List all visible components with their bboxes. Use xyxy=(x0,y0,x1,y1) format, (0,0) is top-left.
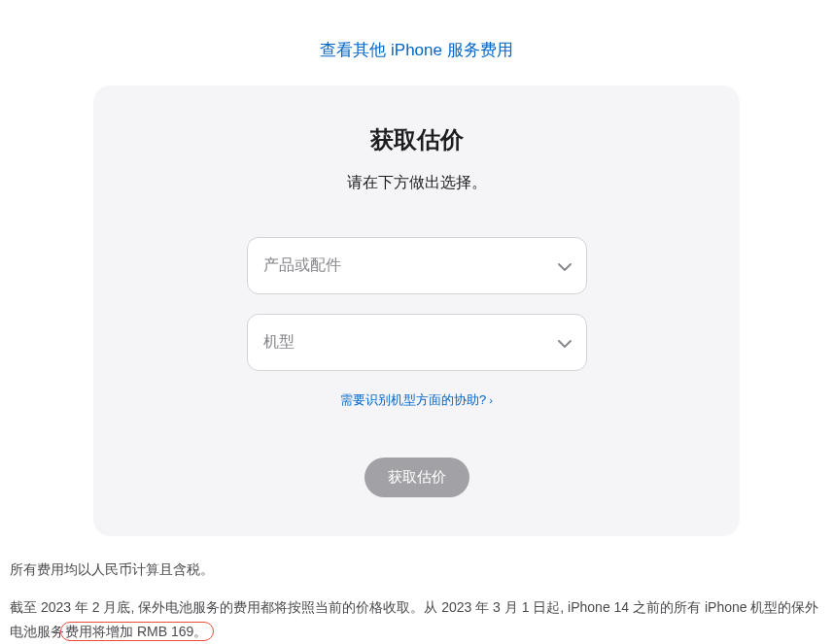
other-services-link[interactable]: 查看其他 iPhone 服务费用 xyxy=(320,41,512,59)
help-link-label: 需要识别机型方面的协助? xyxy=(340,392,486,407)
product-select[interactable]: 产品或配件 xyxy=(247,237,587,294)
model-select[interactable]: 机型 xyxy=(247,314,587,371)
footer-line1: 所有费用均以人民币计算且含税。 xyxy=(10,558,823,582)
card-title: 获取估价 xyxy=(152,124,681,155)
model-select-placeholder: 机型 xyxy=(263,332,295,353)
chevron-right-icon: › xyxy=(489,394,493,406)
footer-highlight: 费用将增加 RMB 169。 xyxy=(60,622,214,641)
identify-model-help-link[interactable]: 需要识别机型方面的协助?› xyxy=(340,392,493,407)
estimate-card: 获取估价 请在下方做出选择。 产品或配件 机型 需要识别机型方面的协助?› 获取… xyxy=(93,85,740,536)
footer-notes: 所有费用均以人民币计算且含税。 截至 2023 年 2 月底, 保外电池服务的费… xyxy=(0,536,833,644)
footer-line2: 截至 2023 年 2 月底, 保外电池服务的费用都将按照当前的价格收取。从 2… xyxy=(10,595,823,644)
card-subtitle: 请在下方做出选择。 xyxy=(152,173,681,193)
get-estimate-button[interactable]: 获取估价 xyxy=(364,458,469,497)
product-select-placeholder: 产品或配件 xyxy=(263,255,341,276)
